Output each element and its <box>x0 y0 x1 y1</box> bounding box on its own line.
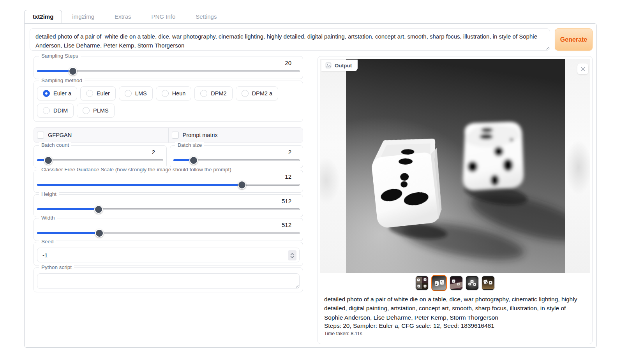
prompt-box: detailed photo of a pair of white die on… <box>30 28 550 51</box>
radio-icon <box>242 90 249 97</box>
radio-icon <box>83 107 90 114</box>
prompt-matrix-label: Prompt matrix <box>183 132 218 138</box>
batch-count-slider[interactable] <box>37 156 163 165</box>
output-chip: Output <box>321 60 358 71</box>
seed-label: Seed <box>39 239 56 244</box>
tab-txt2img[interactable]: txt2img <box>24 10 62 23</box>
generate-button[interactable]: Generate <box>555 28 593 51</box>
slider-handle[interactable] <box>44 156 53 165</box>
output-panel: Output <box>318 56 593 344</box>
radio-dpm2-a[interactable]: DPM2 a <box>236 86 278 100</box>
seed-stepper[interactable] <box>288 250 296 260</box>
toggles-row: GFPGAN Prompt matrix <box>34 127 303 143</box>
radio-plms[interactable]: PLMS <box>77 104 115 118</box>
output-image-stage: Output <box>320 59 590 273</box>
close-output-button[interactable] <box>577 63 588 74</box>
width-value: 512 <box>37 222 300 228</box>
radio-euler[interactable]: Euler <box>80 86 116 100</box>
height-group: Height 512 <box>34 194 303 217</box>
gallery-thumbnail-5[interactable] <box>482 276 495 290</box>
batch-count-group: Batch count 2 <box>34 145 167 168</box>
radio-label: Euler a <box>53 90 71 97</box>
batch-size-value: 2 <box>173 149 300 155</box>
caption-time-text: Time taken: 8.11s <box>324 331 586 336</box>
slider-handle[interactable] <box>95 229 104 237</box>
tab-png-info[interactable]: PNG Info <box>141 10 186 23</box>
app-container: detailed photo of a pair of white die on… <box>24 23 597 348</box>
gallery-thumbnail-1[interactable] <box>415 276 429 290</box>
radio-label: LMS <box>135 90 147 97</box>
radio-icon <box>200 90 207 97</box>
python-script-input[interactable] <box>37 274 299 288</box>
height-label: Height <box>39 191 59 197</box>
gallery-thumbnail-2-selected[interactable] <box>431 275 447 291</box>
image-blur-edge-left <box>320 59 346 273</box>
radio-ddim[interactable]: DDIM <box>37 104 74 118</box>
controls-column: Sampling Steps 20 Sampling method Euler … <box>30 56 303 294</box>
sampling-method-group: Sampling method Euler a Euler LMS Heun D… <box>34 81 303 122</box>
cfg-value: 12 <box>37 173 300 180</box>
radio-euler-a[interactable]: Euler a <box>37 86 77 100</box>
width-slider[interactable] <box>37 229 300 237</box>
chevron-up-icon <box>290 253 294 255</box>
slider-handle[interactable] <box>69 67 77 76</box>
sampling-steps-value: 20 <box>37 60 300 66</box>
gallery-thumbnail-3[interactable] <box>450 276 463 290</box>
radio-dpm2[interactable]: DPM2 <box>194 86 232 100</box>
width-group: Width 512 <box>34 218 303 241</box>
output-caption: detailed photo of a pair of white die on… <box>320 293 590 336</box>
width-label: Width <box>39 215 57 221</box>
radio-label: Heun <box>172 90 186 97</box>
chevron-down-icon <box>290 256 294 258</box>
radio-heun[interactable]: Heun <box>156 86 192 100</box>
sampling-steps-label: Sampling Steps <box>39 53 81 59</box>
slider-handle[interactable] <box>238 181 246 189</box>
generated-image[interactable] <box>346 59 565 273</box>
checkbox-icon <box>172 132 179 139</box>
tab-extras[interactable]: Extras <box>104 10 141 23</box>
seed-input[interactable] <box>37 248 299 262</box>
gfpgan-label: GFPGAN <box>48 132 72 138</box>
radio-label: PLMS <box>93 107 109 114</box>
checkbox-icon <box>37 132 44 139</box>
batch-size-slider[interactable] <box>173 156 300 165</box>
radio-icon <box>43 90 50 97</box>
cfg-group: Classifier Free Guidance Scale (how stro… <box>34 170 303 193</box>
tab-settings[interactable]: Settings <box>185 10 227 23</box>
caption-prompt-text: detailed photo of a pair of white die on… <box>324 295 586 322</box>
radio-label: DPM2 a <box>252 90 272 97</box>
radio-lms[interactable]: LMS <box>119 86 153 100</box>
cfg-slider[interactable] <box>37 181 300 189</box>
radio-icon <box>43 107 50 114</box>
sampling-steps-slider[interactable] <box>37 67 300 76</box>
sampling-method-label: Sampling method <box>39 77 85 83</box>
height-value: 512 <box>37 198 300 204</box>
sampling-method-options: Euler a Euler LMS Heun DPM2 DPM2 a DDIM … <box>37 86 300 118</box>
radio-icon <box>162 90 169 97</box>
prompt-matrix-checkbox[interactable]: Prompt matrix <box>168 128 303 142</box>
output-label: Output <box>335 63 352 69</box>
radio-icon <box>125 90 132 97</box>
radio-label: Euler <box>97 90 110 97</box>
radio-label: DPM2 <box>211 90 226 97</box>
tab-bar: txt2img img2img Extras PNG Info Settings <box>24 10 227 23</box>
seed-group: Seed <box>34 242 303 266</box>
gfpgan-checkbox[interactable]: GFPGAN <box>34 128 168 142</box>
height-slider[interactable] <box>37 205 300 214</box>
radio-icon <box>86 90 93 97</box>
gallery-thumbnails <box>320 273 590 293</box>
batch-count-value: 2 <box>37 149 163 155</box>
tab-img2img[interactable]: img2img <box>62 10 104 23</box>
sampling-steps-group: Sampling Steps 20 <box>34 56 303 79</box>
batch-count-label: Batch count <box>39 142 71 148</box>
python-script-group: Python script <box>34 267 303 292</box>
slider-handle[interactable] <box>94 205 103 214</box>
python-script-label: Python script <box>39 264 74 270</box>
slider-handle[interactable] <box>189 156 198 165</box>
close-icon <box>580 67 586 72</box>
image-icon <box>325 62 332 69</box>
gallery-thumbnail-4[interactable] <box>466 276 479 290</box>
image-blur-edge-right <box>565 59 590 273</box>
prompt-input[interactable]: detailed photo of a pair of white die on… <box>30 29 550 50</box>
prompt-row: detailed photo of a pair of white die on… <box>30 28 593 51</box>
